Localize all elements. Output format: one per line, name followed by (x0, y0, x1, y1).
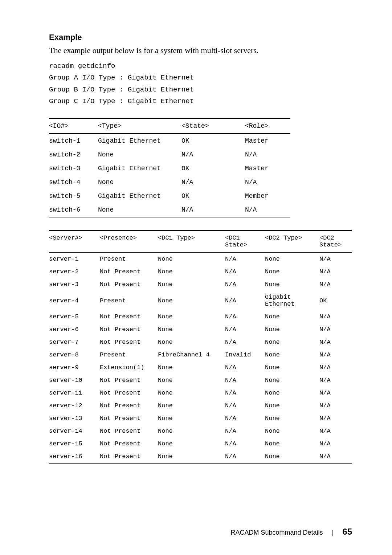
table-cell: None (158, 323, 225, 336)
table-cell: N/A (319, 425, 352, 437)
table-cell: None (265, 310, 319, 323)
cmd-line: racadm getdcinfo (49, 60, 352, 72)
col-header-dc1state: <DC1 State> (225, 230, 265, 252)
table-cell: server-11 (49, 387, 100, 399)
col-header-dc2state: <DC2 State> (319, 230, 352, 252)
io-table: <IO#> <Type> <State> <Role> switch-1Giga… (49, 118, 290, 217)
table-cell: Member (245, 189, 290, 203)
table-cell: Master (245, 162, 290, 175)
table-cell: Gigabit Ethernet (98, 189, 181, 203)
intro-text: The example output below is for a system… (49, 46, 352, 55)
table-cell: N/A (319, 323, 352, 336)
table-cell: None (265, 336, 319, 348)
table-cell: server-16 (49, 450, 100, 463)
table-cell: None (265, 374, 319, 387)
server-table: <Server#> <Presence> <DC1 Type> <DC1 Sta… (49, 230, 352, 464)
table-row: server-11Not PresentNoneN/ANoneN/A (49, 387, 352, 399)
table-cell: N/A (225, 425, 265, 437)
table-cell: None (98, 148, 181, 162)
table-cell: None (98, 203, 181, 217)
table-cell: None (158, 291, 225, 310)
table-cell: N/A (319, 336, 352, 348)
table-cell: None (158, 412, 225, 425)
table-row: switch-4NoneN/AN/A (49, 175, 290, 189)
table-cell: server-14 (49, 425, 100, 437)
footer-section: RACADM Subcommand Details (231, 529, 323, 536)
table-cell: Gigabit Ethernet (98, 134, 181, 148)
table-row: server-15Not PresentNoneN/ANoneN/A (49, 437, 352, 450)
table-cell: N/A (319, 348, 352, 361)
table-cell: N/A (181, 175, 245, 189)
table-cell: switch-6 (49, 203, 98, 217)
table-cell: Master (245, 134, 290, 148)
table-cell: server-12 (49, 399, 100, 412)
table-cell: server-5 (49, 310, 100, 323)
cmd-line: Group A I/O Type : Gigabit Ethernet (49, 72, 352, 83)
table-cell: N/A (225, 412, 265, 425)
table-cell: None (158, 336, 225, 348)
table-cell: N/A (225, 310, 265, 323)
table-cell: None (265, 412, 319, 425)
table-cell: server-15 (49, 437, 100, 450)
table-cell: N/A (319, 310, 352, 323)
table-cell: None (265, 323, 319, 336)
table-row: server-9Extension(1)NoneN/ANoneN/A (49, 361, 352, 374)
table-cell: N/A (225, 437, 265, 450)
table-cell: server-9 (49, 361, 100, 374)
table-cell: OK (319, 291, 352, 310)
col-header-server: <Server#> (49, 230, 100, 252)
table-cell: Present (100, 291, 158, 310)
col-header-dc1type: <DC1 Type> (158, 230, 225, 252)
table-cell: Not Present (100, 374, 158, 387)
table-row: server-4PresentNoneN/AGigabit EthernetOK (49, 291, 352, 310)
table-cell: None (158, 265, 225, 278)
footer-divider-icon: | (324, 529, 341, 536)
table-row: switch-1Gigabit EthernetOKMaster (49, 134, 290, 148)
table-cell: N/A (245, 203, 290, 217)
table-cell: Present (100, 252, 158, 265)
table-cell: None (158, 399, 225, 412)
table-cell: N/A (319, 265, 352, 278)
col-header-presence: <Presence> (100, 230, 158, 252)
table-cell: N/A (225, 450, 265, 463)
table-row: server-16Not PresentNoneN/ANoneN/A (49, 450, 352, 463)
table-row: server-13Not PresentNoneN/ANoneN/A (49, 412, 352, 425)
table-cell: None (265, 437, 319, 450)
table-cell: server-6 (49, 323, 100, 336)
table-cell: switch-5 (49, 189, 98, 203)
table-cell: Gigabit Ethernet (265, 291, 319, 310)
table-row: server-10Not PresentNoneN/ANoneN/A (49, 374, 352, 387)
table-cell: N/A (245, 148, 290, 162)
table-header-row: <Server#> <Presence> <DC1 Type> <DC1 Sta… (49, 230, 352, 252)
col-header-state: <State> (181, 118, 245, 134)
table-row: server-1PresentNoneN/ANoneN/A (49, 252, 352, 265)
table-cell: server-4 (49, 291, 100, 310)
table-cell: None (265, 265, 319, 278)
table-cell: N/A (225, 278, 265, 291)
table-cell: N/A (319, 450, 352, 463)
command-block: racadm getdcinfo Group A I/O Type : Giga… (49, 60, 352, 107)
table-row: switch-3Gigabit EthernetOKMaster (49, 162, 290, 175)
col-header-role: <Role> (245, 118, 290, 134)
table-cell: None (265, 252, 319, 265)
table-row: server-2Not PresentNoneN/ANoneN/A (49, 265, 352, 278)
table-cell: Invalid (225, 348, 265, 361)
table-cell: None (158, 252, 225, 265)
table-cell: OK (181, 162, 245, 175)
table-cell: N/A (225, 361, 265, 374)
table-cell: server-8 (49, 348, 100, 361)
table-row: server-12Not PresentNoneN/ANoneN/A (49, 399, 352, 412)
table-cell: switch-2 (49, 148, 98, 162)
table-cell: N/A (319, 361, 352, 374)
table-cell: Not Present (100, 278, 158, 291)
table-cell: N/A (225, 291, 265, 310)
example-heading: Example (49, 33, 352, 42)
table-cell: None (158, 387, 225, 399)
table-cell: None (158, 278, 225, 291)
table-cell: N/A (319, 252, 352, 265)
table-cell: None (265, 361, 319, 374)
table-cell: None (265, 399, 319, 412)
table-header-row: <IO#> <Type> <State> <Role> (49, 118, 290, 134)
table-cell: Not Present (100, 336, 158, 348)
table-cell: Not Present (100, 265, 158, 278)
